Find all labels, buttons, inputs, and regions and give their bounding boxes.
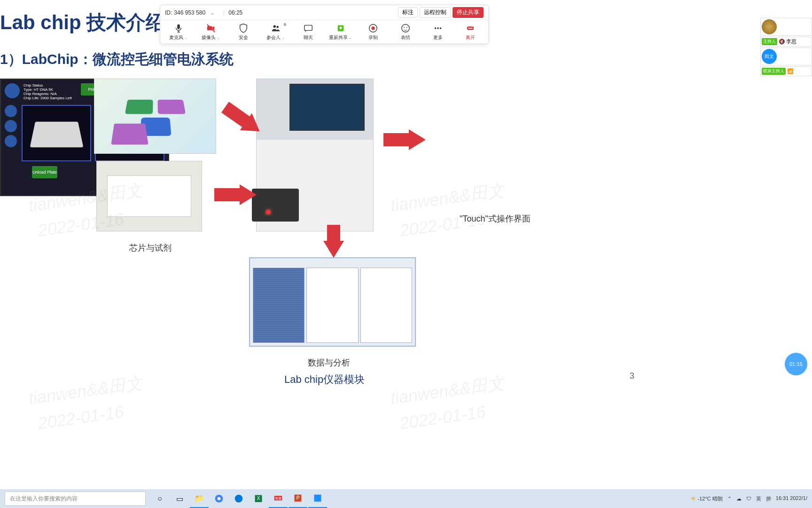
remote-control-button[interactable]: 远程控制 [420, 7, 451, 18]
reactions-button[interactable]: 表情 [389, 23, 422, 41]
svg-point-18 [235, 495, 243, 503]
participant-row[interactable]: 主持人 🔇 李思 [760, 37, 812, 47]
caption-data: 数据与分析 [308, 357, 350, 368]
excel-icon[interactable]: X [249, 489, 268, 508]
meeting-app-icon[interactable] [308, 489, 327, 508]
svg-point-10 [404, 27, 405, 28]
chat-icon [303, 23, 313, 33]
ime-mode[interactable]: 拼 [766, 495, 771, 502]
chevron-down-icon[interactable]: ⌄ [210, 9, 215, 16]
share-up-icon [336, 23, 346, 33]
taskview-icon[interactable]: ▭ [170, 489, 189, 508]
presentation-slide: Lab chip 技术介绍 1）LabChip：微流控毛细管电泳系统 [0, 0, 653, 390]
software-image [249, 257, 416, 347]
meeting-duration: 06:25 [228, 9, 242, 16]
powerpoint-icon[interactable]: P [289, 489, 307, 508]
participants-panel: 主持人 🔇 李思 田文 联席主持人 📶 [760, 18, 812, 77]
avatar [762, 19, 777, 34]
caption-touch: "Touch"式操作界面 [460, 213, 531, 224]
svg-rect-25 [314, 495, 321, 502]
edge-icon[interactable] [229, 489, 248, 508]
shield-icon [238, 23, 249, 33]
annotate-button[interactable]: 标注 [398, 7, 418, 18]
well-grid-panel [253, 268, 304, 343]
record-icon [368, 23, 378, 33]
svg-point-13 [437, 27, 439, 29]
unload-plate-button: Unload Plate [32, 166, 57, 178]
youdao-icon[interactable]: 有道 [269, 489, 288, 508]
sun-icon: ☀ [690, 495, 696, 502]
participant-row[interactable]: 田文 [760, 48, 812, 65]
defender-icon[interactable]: 🛡 [746, 496, 751, 501]
diagram: Chip Status Type: HT DNA 5K Chip Reagent… [0, 79, 653, 370]
watermark: 2022-01-16 [37, 402, 125, 433]
system-tray: ☀ -12°C 晴朗 ⌃ ☁ 🛡 英 拼 16:31 2022/1/ [690, 495, 807, 502]
weather-widget[interactable]: ☀ -12°C 晴朗 [690, 495, 723, 502]
participants-count: 6 [284, 22, 286, 27]
svg-rect-0 [177, 24, 180, 29]
instrument-image [256, 79, 374, 231]
leave-button[interactable]: 离开 [454, 23, 486, 41]
side-nav [5, 105, 18, 161]
home-icon [5, 83, 20, 98]
chevron-down-icon[interactable]: ⌄ [281, 36, 285, 40]
meeting-toolbar: ID: 346 953 580 ⌄ | 06:25 标注 远程控制 停止共享 麦… [160, 5, 489, 44]
stop-share-button[interactable]: 停止共享 [453, 7, 484, 18]
arrow-right-icon [409, 129, 426, 150]
instrument-screen [289, 84, 365, 131]
caption-chips: 芯片与试剂 [129, 242, 172, 254]
slide-subtitle: 1）LabChip：微流控毛细管电泳系统 [0, 50, 653, 69]
divider: | [223, 9, 225, 16]
svg-point-4 [276, 26, 279, 28]
chevron-down-icon[interactable]: ⌄ [184, 36, 187, 40]
svg-text:有道: 有道 [275, 497, 281, 500]
onedrive-icon[interactable]: ☁ [736, 496, 742, 502]
tray-chevron-up-icon[interactable]: ⌃ [727, 496, 732, 502]
slide-number: 3 [630, 371, 634, 381]
record-button[interactable]: 录制 [357, 23, 389, 41]
meeting-id: 346 953 580 [174, 9, 205, 16]
arrow-right-icon [240, 184, 257, 205]
id-label: ID: [165, 9, 172, 16]
chevron-down-icon[interactable]: ⌄ [217, 36, 220, 40]
watermark: 2022-01-16 [398, 402, 487, 433]
security-button[interactable]: 安全 [227, 23, 259, 41]
participant-row[interactable]: 联席主持人 📶 [760, 66, 812, 76]
hangup-icon [465, 23, 476, 33]
svg-point-11 [406, 27, 407, 28]
smile-icon [400, 23, 411, 33]
svg-point-3 [273, 25, 276, 28]
toolbar-header: ID: 346 953 580 ⌄ | 06:25 标注 远程控制 停止共享 [160, 5, 488, 20]
host-tag: 主持人 [762, 38, 777, 45]
svg-point-8 [371, 26, 375, 30]
reshare-button[interactable]: 重新共享⌄ [324, 23, 357, 41]
svg-point-17 [218, 497, 221, 500]
chip-status-text: Chip Status Type: HT DNA 5K Chip Reagent… [23, 83, 77, 100]
users-icon [271, 23, 281, 33]
chat-button[interactable]: 聊天 [292, 23, 324, 41]
participants-button[interactable]: 6 参会人⌄ [259, 23, 292, 41]
arrow-down-icon [323, 241, 344, 258]
svg-text:X: X [257, 496, 260, 501]
clock[interactable]: 16:31 2022/1/ [776, 495, 807, 501]
caption-module: Lab chip仪器模块 [284, 373, 365, 387]
chrome-icon[interactable] [210, 489, 228, 508]
signal-icon: 📶 [787, 68, 794, 74]
cortana-icon[interactable]: ○ [150, 489, 169, 508]
ime-lang[interactable]: 英 [756, 495, 761, 502]
svg-point-9 [401, 24, 409, 32]
chevron-down-icon[interactable]: ⌄ [349, 36, 352, 40]
search-input[interactable]: 在这里输入你要搜索的内容 [5, 492, 146, 506]
recording-timer[interactable]: 01:15 [785, 353, 807, 375]
svg-point-12 [434, 27, 436, 29]
camera-button[interactable]: 摄像头⌄ [195, 23, 227, 41]
microphone-icon [173, 23, 184, 33]
electropherogram-panel [306, 268, 358, 343]
reagent-box-image [96, 161, 202, 231]
mic-button[interactable]: 麦克风⌄ [162, 23, 195, 41]
svg-point-14 [439, 27, 441, 29]
more-button[interactable]: 更多 [422, 23, 454, 41]
cohost-tag: 联席主持人 [762, 68, 786, 75]
participant-row[interactable] [760, 18, 812, 36]
explorer-icon[interactable]: 📁 [190, 489, 209, 508]
